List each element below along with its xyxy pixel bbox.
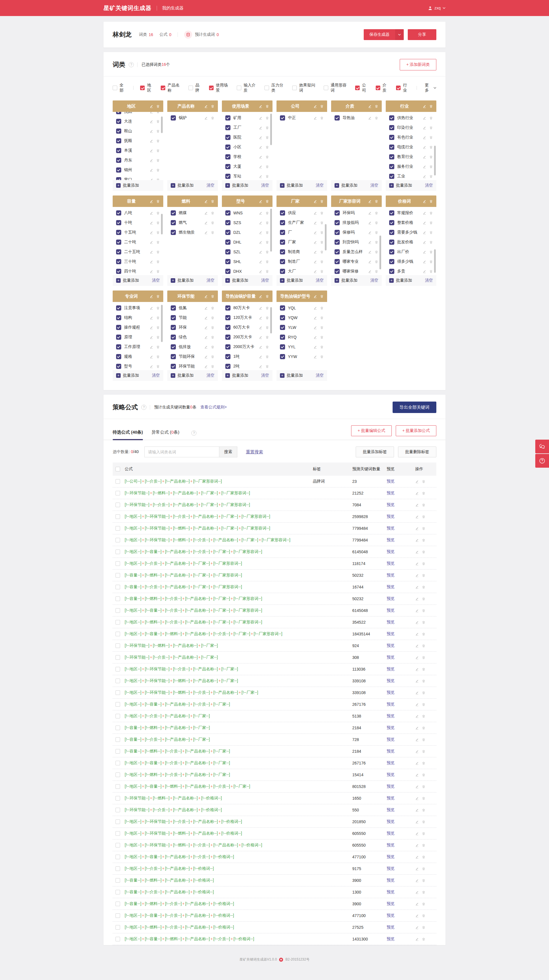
clear-button[interactable]: 清空 (370, 278, 378, 283)
word-checkbox[interactable] (116, 364, 121, 369)
delete-icon[interactable] (422, 797, 425, 800)
filter-checkbox[interactable] (237, 86, 241, 90)
delete-icon[interactable] (211, 116, 214, 120)
row-checkbox[interactable] (116, 620, 120, 625)
wordclass-filter[interactable]: 压力分类 (265, 83, 286, 93)
delete-icon[interactable] (422, 644, 425, 648)
delete-icon[interactable] (374, 199, 378, 203)
batch-add-button[interactable]: +批量添加 (280, 373, 303, 378)
word-checkbox[interactable] (389, 125, 394, 130)
edit-icon[interactable] (149, 168, 153, 172)
edit-icon[interactable] (415, 808, 419, 812)
row-checkbox[interactable] (116, 890, 120, 894)
edit-icon[interactable] (149, 221, 153, 225)
word-checkbox[interactable] (225, 240, 230, 245)
row-checkbox[interactable] (116, 585, 120, 589)
delete-icon[interactable] (265, 345, 269, 349)
delete-icon[interactable] (320, 231, 324, 234)
preview-link[interactable]: 预览 (387, 878, 395, 882)
delete-icon[interactable] (211, 199, 214, 203)
delete-icon[interactable] (211, 364, 214, 368)
delete-icon[interactable] (156, 326, 160, 329)
word-checkbox[interactable] (389, 220, 394, 225)
panel-scrollbar[interactable] (434, 249, 436, 273)
delete-icon[interactable] (422, 632, 425, 636)
delete-icon[interactable] (320, 270, 324, 273)
word-checkbox[interactable] (116, 210, 121, 216)
delete-icon[interactable] (422, 808, 425, 812)
word-checkbox[interactable] (335, 230, 340, 235)
word-checkbox[interactable] (171, 305, 176, 310)
delete-icon[interactable] (320, 211, 324, 215)
edit-icon[interactable] (415, 761, 419, 765)
delete-icon[interactable] (265, 116, 269, 120)
batch-add-button[interactable]: +批量添加 (225, 183, 248, 188)
word-checkbox[interactable] (335, 240, 340, 245)
delete-icon[interactable] (265, 294, 269, 298)
row-checkbox[interactable] (116, 655, 120, 660)
delete-icon[interactable] (265, 165, 269, 169)
delete-icon[interactable] (156, 260, 160, 264)
delete-icon[interactable] (156, 364, 160, 368)
edit-icon[interactable] (423, 116, 426, 120)
row-checkbox[interactable] (116, 854, 120, 859)
delete-icon[interactable] (265, 136, 269, 139)
delete-icon[interactable] (422, 609, 425, 612)
delete-icon[interactable] (211, 355, 214, 359)
edit-icon[interactable] (149, 112, 153, 114)
preview-link[interactable]: 预览 (387, 901, 395, 906)
edit-icon[interactable] (415, 832, 419, 835)
filter-checkbox[interactable] (161, 86, 165, 90)
row-checkbox[interactable] (116, 479, 120, 484)
word-checkbox[interactable] (280, 230, 285, 235)
edit-icon[interactable] (368, 260, 372, 264)
panel-scrollbar[interactable] (434, 146, 436, 175)
help-contact-button[interactable] (535, 454, 549, 468)
delete-icon[interactable] (374, 260, 378, 264)
clear-button[interactable]: 清空 (316, 183, 324, 188)
edit-icon[interactable] (415, 749, 419, 753)
row-checkbox[interactable] (116, 831, 120, 836)
delete-icon[interactable] (422, 574, 425, 577)
word-checkbox[interactable] (116, 177, 121, 180)
delete-icon[interactable] (156, 294, 160, 298)
edit-icon[interactable] (259, 355, 262, 359)
row-checkbox[interactable] (116, 878, 120, 883)
edit-icon[interactable] (423, 145, 426, 149)
delete-icon[interactable] (422, 703, 425, 706)
delete-icon[interactable] (374, 240, 378, 244)
edit-icon[interactable] (415, 503, 419, 507)
filter-checkbox[interactable] (292, 86, 297, 90)
word-checkbox[interactable] (280, 344, 285, 350)
edit-icon[interactable] (259, 260, 262, 264)
delete-icon[interactable] (156, 139, 160, 143)
preview-link[interactable]: 预览 (387, 925, 395, 929)
edit-icon[interactable] (313, 306, 317, 310)
edit-icon[interactable] (415, 550, 419, 554)
edit-icon[interactable] (415, 785, 419, 789)
edit-icon[interactable] (313, 221, 317, 225)
delete-icon[interactable] (422, 761, 425, 765)
clear-button[interactable]: 清空 (261, 183, 269, 188)
delete-icon[interactable] (156, 199, 160, 203)
delete-icon[interactable] (265, 355, 269, 359)
edit-icon[interactable] (259, 270, 262, 273)
delete-icon[interactable] (265, 105, 269, 108)
delete-icon[interactable] (156, 270, 160, 273)
word-checkbox[interactable] (225, 230, 230, 235)
edit-icon[interactable] (149, 250, 153, 254)
preview-link[interactable]: 预览 (387, 772, 395, 777)
delete-icon[interactable] (156, 119, 160, 123)
delete-icon[interactable] (422, 843, 425, 847)
help-icon[interactable]: ? (191, 431, 197, 436)
delete-icon[interactable] (374, 221, 378, 225)
delete-icon[interactable] (211, 231, 214, 234)
word-checkbox[interactable] (225, 269, 230, 274)
edit-icon[interactable] (259, 175, 262, 178)
save-generator-button[interactable]: 保存生成器 (364, 29, 404, 40)
delete-icon[interactable] (211, 105, 214, 108)
preview-link[interactable]: 预览 (387, 526, 395, 530)
delete-icon[interactable] (422, 656, 425, 659)
filter-checkbox[interactable] (189, 86, 193, 90)
word-checkbox[interactable] (389, 174, 394, 179)
